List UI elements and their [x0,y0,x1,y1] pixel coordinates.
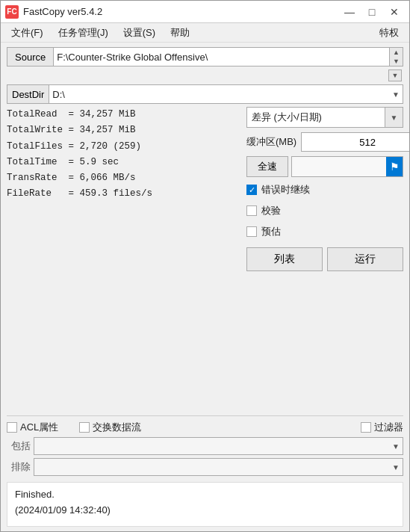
status-line2: (2024/01/09 14:32:40) [15,503,395,519]
buffer-input[interactable] [301,132,409,152]
middle-section: TotalRead = 34,257 MiB TotalWrite = 34,2… [7,107,403,411]
source-scrollbar: ▲ ▼ [389,48,403,66]
status-bar: Finished. (2024/01/09 14:32:40) [7,482,403,527]
buffer-row: 缓冲区(MB) [246,132,403,152]
menu-help[interactable]: 帮助 [163,25,197,41]
source-scroll-up[interactable]: ▲ [390,48,403,57]
source-button[interactable]: Source [7,47,53,66]
include-combo-arrow-icon: ▼ [392,442,400,451]
exclude-combo[interactable]: ▼ [34,458,403,476]
exclude-combo-arrow-icon: ▼ [392,463,400,471]
speed-slider[interactable]: ⚑ [291,156,403,177]
list-button[interactable]: 列表 [246,247,323,271]
exclude-row: 排除 ▼ [7,458,403,476]
destdir-button[interactable]: DestDir [7,84,49,104]
menu-file[interactable]: 文件(F) [4,25,51,41]
include-row: 包括 ▼ [7,437,403,455]
speed-flag-icon: ⚑ [390,161,400,173]
estimate-label: 预估 [261,225,281,238]
filter-check-row: 过滤器 [361,421,403,434]
mode-combo-arrow-icon: ▼ [385,108,403,127]
destdir-path: D:\ [52,89,389,100]
acl-label: ACL属性 [20,421,58,434]
filter-label: 过滤器 [374,421,403,434]
verify-row: 校验 [246,202,403,219]
source-expand-button[interactable]: ▼ [388,69,402,81]
continue-on-error-row: 错误时继续 [246,182,403,198]
acl-check-row: ACL属性 [7,421,58,434]
title-bar: FC FastCopy ver5.4.2 — □ ✕ [1,1,409,23]
destdir-row: DestDir D:\ ▼ [7,84,403,104]
buffer-label: 缓冲区(MB) [246,135,296,149]
estimate-checkbox[interactable] [246,226,257,237]
maximize-button[interactable]: □ [361,4,382,19]
exchange-label: 交换数据流 [93,421,141,434]
main-window: FC FastCopy ver5.4.2 — □ ✕ 文件(F) 任务管理(J)… [0,0,410,532]
action-row: 列表 运行 [246,247,403,271]
source-row: Source ▲ ▼ [7,47,403,66]
menu-bar: 文件(F) 任务管理(J) 设置(S) 帮助 特权 [1,23,409,43]
source-expand-row: ▼ [7,69,403,81]
filter-row: ACL属性 交换数据流 过滤器 [7,421,403,434]
app-icon: FC [5,5,19,19]
continue-on-error-checkbox[interactable] [246,185,257,195]
speed-button[interactable]: 全速 [246,156,288,177]
source-scroll-down[interactable]: ▼ [390,57,403,66]
status-line1: Finished. [15,487,395,503]
source-path-wrap: ▲ ▼ [53,47,403,66]
mode-combo[interactable]: 差异 (大小/日期) ▼ [246,107,403,128]
divider [7,415,403,416]
destdir-combo[interactable]: D:\ ▼ [49,84,403,104]
speed-row: 全速 ⚑ [246,156,403,177]
main-content: Source ▲ ▼ ▼ DestDir D:\ ▼ [1,43,409,531]
menu-settings[interactable]: 设置(S) [116,25,163,41]
exclude-label: 排除 [7,460,31,474]
source-path-input[interactable] [54,48,403,66]
stats-text: TotalRead = 34,257 MiB TotalWrite = 34,2… [7,107,240,202]
close-button[interactable]: ✕ [384,4,405,19]
exchange-checkbox[interactable] [79,422,90,433]
filter-checkbox[interactable] [361,422,371,433]
verify-label: 校验 [261,204,281,217]
run-button[interactable]: 运行 [327,247,403,271]
estimate-row: 预估 [246,223,403,240]
speed-slider-fill: ⚑ [386,157,403,176]
continue-on-error-label: 错误时继续 [261,183,310,197]
minimize-button[interactable]: — [339,4,360,19]
include-combo[interactable]: ▼ [34,437,403,455]
mode-combo-text: 差异 (大小/日期) [247,109,385,126]
stats-panel: TotalRead = 34,257 MiB TotalWrite = 34,2… [7,107,240,411]
window-title: FastCopy ver5.4.2 [23,6,339,17]
menu-task[interactable]: 任务管理(J) [51,25,116,41]
options-panel: 差异 (大小/日期) ▼ 缓冲区(MB) 全速 ⚑ [246,107,403,411]
acl-checkbox[interactable] [7,422,17,433]
exchange-check-row: 交换数据流 [79,421,141,434]
verify-checkbox[interactable] [246,205,257,216]
destdir-arrow-icon: ▼ [392,90,400,99]
include-label: 包括 [7,439,31,453]
window-controls: — □ ✕ [339,4,405,19]
menu-privilege[interactable]: 特权 [372,25,406,41]
